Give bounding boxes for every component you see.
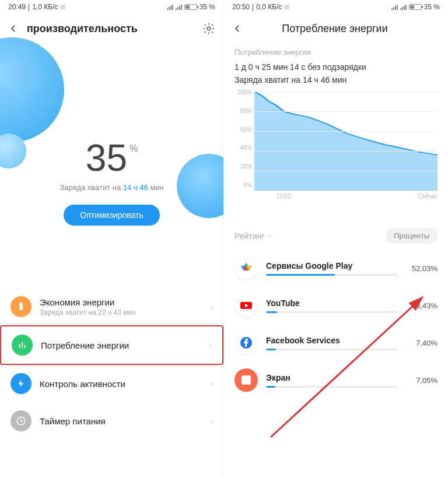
svg-rect-2 xyxy=(19,303,23,310)
app-usage-item[interactable]: Сервисы Google Play52,03% xyxy=(224,249,448,287)
status-net: 1,0 КБ/с xyxy=(32,3,58,11)
settings-button[interactable] xyxy=(202,22,215,35)
status-net: 0,0 КБ/с xyxy=(256,3,282,11)
app-icon xyxy=(235,331,258,354)
chevron-down-icon xyxy=(267,233,272,239)
app-usage-pct: 8,43% xyxy=(406,301,438,310)
app-usage-pct: 7,40% xyxy=(406,339,438,347)
app-icon xyxy=(235,294,258,317)
app-name: Facebook Services xyxy=(266,336,398,345)
menu-list: Экономия энергии Заряда хватит на 22 ч 4… xyxy=(0,288,223,440)
app-usage-list: Сервисы Google Play52,03%YouTube8,43%Fac… xyxy=(224,249,448,399)
units-toggle[interactable]: Проценты xyxy=(386,228,438,244)
back-button[interactable] xyxy=(232,23,243,34)
bubble-decor xyxy=(0,37,64,142)
page-title: Потребление энергии xyxy=(251,23,419,35)
alarm-icon xyxy=(284,4,290,10)
chevron-right-icon: › xyxy=(210,416,213,426)
back-button[interactable] xyxy=(8,23,19,34)
svg-rect-8 xyxy=(242,375,251,385)
chart-y-axis: 100% 80% 60% 40% 20% 0% xyxy=(235,92,254,191)
app-usage-item[interactable]: Facebook Services7,40% xyxy=(224,324,448,361)
chevron-right-icon: › xyxy=(210,302,213,311)
screen-performance: 20:49 | 1,0 КБ/с 35 % производительность… xyxy=(0,0,224,478)
app-name: YouTube xyxy=(266,298,398,308)
menu-label: Экономия энергии xyxy=(40,297,202,307)
battery-estimate: Заряда хватит на 14 ч 46 мин xyxy=(0,183,223,192)
bolt-icon xyxy=(10,373,32,394)
battery-icon xyxy=(184,4,197,10)
battery-hero: 35 % Заряда хватит на 14 ч 46 мин Оптими… xyxy=(0,43,223,265)
app-usage-pct: 52,03% xyxy=(406,264,438,273)
signal-icon xyxy=(400,5,407,10)
sort-dropdown[interactable]: Рейтинг xyxy=(235,231,272,241)
chart-x-axis: 12/12 Сейчас xyxy=(254,193,438,202)
menu-item-power-timer[interactable]: Таймер питания › xyxy=(0,402,223,440)
app-usage-bar xyxy=(266,311,398,313)
stats-icon xyxy=(12,335,33,356)
status-time: 20:49 xyxy=(8,3,26,11)
chevron-right-icon: › xyxy=(209,340,212,350)
section-label: Потребление энергии xyxy=(224,43,448,60)
menu-sublabel: Заряда хватит на 22 ч 43 мин xyxy=(40,308,202,317)
status-battery: 35 % xyxy=(424,3,440,11)
app-usage-item[interactable]: YouTube8,43% xyxy=(224,287,448,324)
svg-rect-3 xyxy=(20,303,22,304)
menu-item-power-usage[interactable]: Потребление энергии › xyxy=(0,325,223,365)
status-bar: 20:50 | 0,0 КБ/с 35 % xyxy=(224,0,448,14)
battery-chart: 100% 80% 60% 40% 20% 0% 12/12 Сейчас xyxy=(224,86,448,205)
menu-label: Контроль активности xyxy=(40,379,202,389)
battery-saver-icon xyxy=(10,296,32,317)
app-name: Сервисы Google Play xyxy=(266,261,398,270)
chevron-right-icon: › xyxy=(210,379,213,388)
app-usage-item[interactable]: Экран7,05% xyxy=(224,361,448,399)
status-battery: 35 % xyxy=(200,3,215,11)
screen-power-usage: 20:50 | 0,0 КБ/с 35 % Потребление энерги… xyxy=(224,0,448,478)
app-usage-bar xyxy=(266,274,398,276)
optimize-button[interactable]: Оптимизировать xyxy=(64,205,159,226)
clock-icon xyxy=(10,410,32,431)
chart-area xyxy=(254,92,438,191)
signal-icon xyxy=(176,5,182,10)
alarm-icon xyxy=(60,4,66,10)
signal-icon xyxy=(167,5,173,10)
page-title: производительность xyxy=(27,23,194,35)
app-usage-pct: 7,05% xyxy=(406,376,438,385)
time-remaining: Заряда хватит на 14 ч 46 мин xyxy=(224,73,448,86)
app-usage-bar xyxy=(266,386,398,388)
time-on-battery: 1 д 0 ч 25 мин 14 с без подзарядки xyxy=(224,60,448,73)
app-icon xyxy=(235,368,258,392)
menu-item-power-saving[interactable]: Экономия энергии Заряда хватит на 22 ч 4… xyxy=(0,288,223,325)
app-name: Экран xyxy=(266,373,398,382)
status-time: 20:50 xyxy=(232,3,250,11)
signal-icon xyxy=(391,5,398,10)
menu-label: Таймер питания xyxy=(40,416,202,426)
battery-percentage: 35 % xyxy=(86,136,138,180)
menu-item-activity-control[interactable]: Контроль активности › xyxy=(0,365,223,402)
svg-point-1 xyxy=(207,27,211,30)
app-icon xyxy=(235,256,258,280)
status-bar: 20:49 | 1,0 КБ/с 35 % xyxy=(0,0,223,14)
header: производительность xyxy=(0,14,223,43)
header: Потребление энергии xyxy=(224,14,448,43)
app-usage-bar xyxy=(266,349,398,350)
menu-label: Потребление энергии xyxy=(41,340,201,350)
battery-icon xyxy=(409,4,422,10)
